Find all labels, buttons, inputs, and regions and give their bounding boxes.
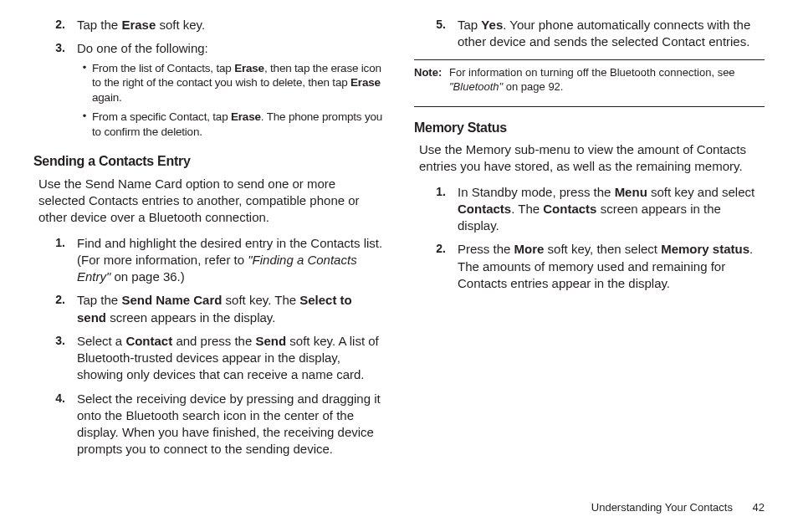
bullet-item: From the list of Contacts, tap Erase, th… (77, 61, 384, 105)
list-item: 2.Tap the Erase soft key. (33, 17, 384, 33)
step-text: Select a Contact and press the Send soft… (77, 333, 384, 384)
note-body: For information on turning off the Bluet… (449, 65, 765, 95)
erase-steps-list: 2.Tap the Erase soft key.3.Do one of the… (33, 17, 384, 144)
step-number: 4. (33, 391, 77, 458)
memory-status-intro: Use the Memory sub-menu to view the amou… (419, 141, 765, 176)
sending-steps-continued: 5.Tap Yes. Your phone automatically conn… (414, 17, 765, 51)
step-text: Tap the Send Name Card soft key. The Sel… (77, 292, 384, 326)
two-column-layout: 2.Tap the Erase soft key.3.Do one of the… (33, 17, 765, 467)
sending-contacts-intro: Use the Send Name Card option to send on… (38, 176, 384, 227)
note-rule-bottom (414, 106, 765, 107)
sending-steps-list: 1.Find and highlight the desired entry i… (33, 235, 384, 458)
page-footer: Understanding Your Contacts 42 (591, 501, 765, 514)
step-text: Press the More soft key, then select Mem… (458, 241, 765, 292)
list-item: 2.Press the More soft key, then select M… (414, 241, 765, 292)
note-rule-top (414, 59, 765, 60)
footer-page-number: 42 (753, 501, 765, 514)
bluetooth-note: Note: For information on turning off the… (414, 62, 765, 100)
sending-contacts-heading: Sending a Contacts Entry (33, 152, 384, 171)
step-text: Tap Yes. Your phone automatically connec… (458, 17, 765, 51)
sub-bullet-list: From the list of Contacts, tap Erase, th… (77, 61, 384, 140)
step-number: 3. (33, 333, 77, 384)
step-number: 3. (33, 40, 77, 144)
manual-page: 2.Tap the Erase soft key.3.Do one of the… (0, 0, 798, 532)
step-number: 1. (33, 235, 77, 286)
list-item: 3.Do one of the following:From the list … (33, 40, 384, 144)
list-item: 2.Tap the Send Name Card soft key. The S… (33, 292, 384, 326)
footer-section-title: Understanding Your Contacts (591, 501, 733, 514)
step-text: In Standby mode, press the Menu soft key… (458, 184, 765, 235)
right-column: 5.Tap Yes. Your phone automatically conn… (414, 17, 765, 467)
memory-steps-list: 1.In Standby mode, press the Menu soft k… (414, 184, 765, 293)
list-item: 3.Select a Contact and press the Send so… (33, 333, 384, 384)
list-item: 5.Tap Yes. Your phone automatically conn… (414, 17, 765, 51)
bullet-item: From a specific Contact, tap Erase. The … (77, 110, 384, 139)
step-number: 2. (33, 17, 77, 33)
step-number: 2. (414, 241, 458, 292)
step-text: Tap the Erase soft key. (77, 17, 384, 33)
step-text: Select the receiving device by pressing … (77, 391, 384, 458)
list-item: 1.Find and highlight the desired entry i… (33, 235, 384, 286)
list-item: 4.Select the receiving device by pressin… (33, 391, 384, 458)
step-text: Find and highlight the desired entry in … (77, 235, 384, 286)
step-number: 1. (414, 184, 458, 235)
step-number: 5. (414, 17, 458, 51)
list-item: 1.In Standby mode, press the Menu soft k… (414, 184, 765, 235)
left-column: 2.Tap the Erase soft key.3.Do one of the… (33, 17, 384, 467)
memory-status-heading: Memory Status (414, 119, 765, 137)
step-number: 2. (33, 292, 77, 326)
note-label: Note: (414, 65, 449, 95)
step-text: Do one of the following:From the list of… (77, 40, 384, 144)
